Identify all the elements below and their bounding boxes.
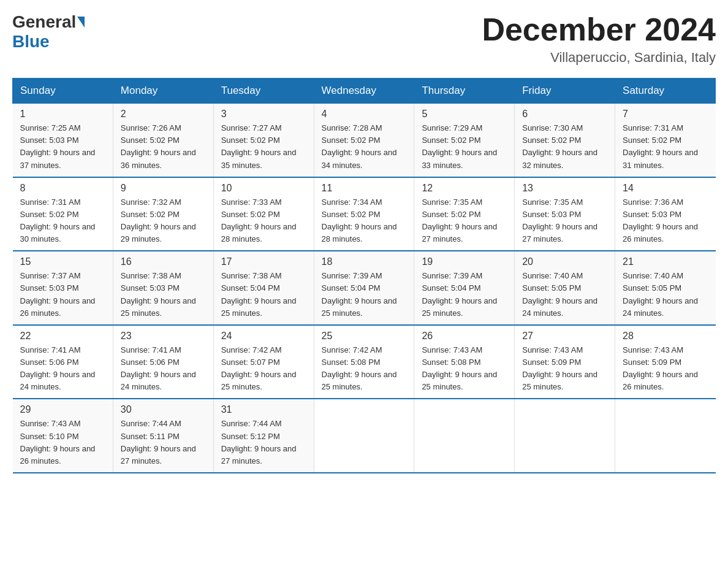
logo-triangle-icon xyxy=(77,17,85,28)
calendar-day-cell: 5 Sunrise: 7:29 AMSunset: 5:02 PMDayligh… xyxy=(414,104,515,177)
calendar-day-cell: 18 Sunrise: 7:39 AMSunset: 5:04 PMDaylig… xyxy=(314,251,414,325)
calendar-day-cell: 16 Sunrise: 7:38 AMSunset: 5:03 PMDaylig… xyxy=(113,251,213,325)
day-info: Sunrise: 7:38 AMSunset: 5:04 PMDaylight:… xyxy=(221,271,297,317)
calendar-day-cell: 7 Sunrise: 7:31 AMSunset: 5:02 PMDayligh… xyxy=(615,104,716,177)
day-info: Sunrise: 7:39 AMSunset: 5:04 PMDaylight:… xyxy=(422,271,497,317)
day-number: 7 xyxy=(623,109,708,120)
day-number: 9 xyxy=(121,183,206,194)
day-info: Sunrise: 7:41 AMSunset: 5:06 PMDaylight:… xyxy=(20,345,96,391)
calendar-day-cell: 11 Sunrise: 7:34 AMSunset: 5:02 PMDaylig… xyxy=(314,177,414,251)
day-number: 13 xyxy=(522,183,607,194)
calendar-week-row: 1 Sunrise: 7:25 AMSunset: 5:03 PMDayligh… xyxy=(13,104,716,177)
day-info: Sunrise: 7:29 AMSunset: 5:02 PMDaylight:… xyxy=(422,123,497,169)
logo-blue-text: Blue xyxy=(12,32,50,52)
col-wednesday: Wednesday xyxy=(314,79,414,104)
calendar-day-cell xyxy=(314,399,414,473)
month-title: December 2024 xyxy=(482,12,716,47)
day-number: 18 xyxy=(322,256,407,267)
location-subtitle: Villaperuccio, Sardinia, Italy xyxy=(482,50,716,66)
day-info: Sunrise: 7:39 AMSunset: 5:04 PMDaylight:… xyxy=(322,271,397,317)
day-info: Sunrise: 7:42 AMSunset: 5:07 PMDaylight:… xyxy=(221,345,297,391)
day-info: Sunrise: 7:27 AMSunset: 5:02 PMDaylight:… xyxy=(221,123,297,169)
col-sunday: Sunday xyxy=(13,79,113,104)
title-section: December 2024 Villaperuccio, Sardinia, I… xyxy=(482,12,716,66)
day-info: Sunrise: 7:37 AMSunset: 5:03 PMDaylight:… xyxy=(20,271,96,317)
logo-text: General xyxy=(12,12,86,32)
day-number: 17 xyxy=(221,256,306,267)
day-number: 11 xyxy=(322,183,407,194)
day-info: Sunrise: 7:36 AMSunset: 5:03 PMDaylight:… xyxy=(623,197,698,243)
day-number: 21 xyxy=(623,256,708,267)
day-info: Sunrise: 7:44 AMSunset: 5:11 PMDaylight:… xyxy=(121,419,196,465)
day-info: Sunrise: 7:31 AMSunset: 5:02 PMDaylight:… xyxy=(623,123,698,169)
calendar-day-cell: 26 Sunrise: 7:43 AMSunset: 5:08 PMDaylig… xyxy=(414,325,515,399)
calendar-day-cell: 13 Sunrise: 7:35 AMSunset: 5:03 PMDaylig… xyxy=(515,177,615,251)
logo-blue-label: Blue xyxy=(12,32,50,51)
day-info: Sunrise: 7:43 AMSunset: 5:10 PMDaylight:… xyxy=(20,419,96,465)
day-number: 25 xyxy=(322,331,407,342)
col-friday: Friday xyxy=(515,79,615,104)
day-number: 12 xyxy=(422,183,507,194)
logo-general-text: General xyxy=(12,12,76,32)
day-info: Sunrise: 7:30 AMSunset: 5:02 PMDaylight:… xyxy=(522,123,597,169)
calendar-day-cell xyxy=(515,399,615,473)
day-number: 30 xyxy=(121,404,206,415)
header-row: Sunday Monday Tuesday Wednesday Thursday… xyxy=(13,79,716,104)
day-number: 1 xyxy=(20,109,105,120)
day-info: Sunrise: 7:35 AMSunset: 5:03 PMDaylight:… xyxy=(522,197,597,243)
day-number: 20 xyxy=(522,256,607,267)
day-number: 23 xyxy=(121,331,206,342)
day-number: 31 xyxy=(221,404,306,415)
calendar-day-cell: 24 Sunrise: 7:42 AMSunset: 5:07 PMDaylig… xyxy=(213,325,314,399)
calendar-day-cell: 15 Sunrise: 7:37 AMSunset: 5:03 PMDaylig… xyxy=(13,251,113,325)
calendar-day-cell: 2 Sunrise: 7:26 AMSunset: 5:02 PMDayligh… xyxy=(113,104,213,177)
calendar-day-cell: 9 Sunrise: 7:32 AMSunset: 5:02 PMDayligh… xyxy=(113,177,213,251)
calendar-day-cell: 1 Sunrise: 7:25 AMSunset: 5:03 PMDayligh… xyxy=(13,104,113,177)
day-number: 2 xyxy=(121,109,206,120)
day-number: 3 xyxy=(221,109,306,120)
day-number: 24 xyxy=(221,331,306,342)
col-tuesday: Tuesday xyxy=(213,79,314,104)
day-info: Sunrise: 7:25 AMSunset: 5:03 PMDaylight:… xyxy=(20,123,96,169)
calendar-week-row: 15 Sunrise: 7:37 AMSunset: 5:03 PMDaylig… xyxy=(13,251,716,325)
day-info: Sunrise: 7:26 AMSunset: 5:02 PMDaylight:… xyxy=(121,123,196,169)
day-number: 6 xyxy=(522,109,607,120)
calendar-header: Sunday Monday Tuesday Wednesday Thursday… xyxy=(13,79,716,104)
day-number: 4 xyxy=(322,109,407,120)
calendar-day-cell: 6 Sunrise: 7:30 AMSunset: 5:02 PMDayligh… xyxy=(515,104,615,177)
day-info: Sunrise: 7:40 AMSunset: 5:05 PMDaylight:… xyxy=(623,271,698,317)
calendar-day-cell: 21 Sunrise: 7:40 AMSunset: 5:05 PMDaylig… xyxy=(615,251,716,325)
calendar-day-cell: 17 Sunrise: 7:38 AMSunset: 5:04 PMDaylig… xyxy=(213,251,314,325)
day-info: Sunrise: 7:43 AMSunset: 5:09 PMDaylight:… xyxy=(623,345,698,391)
col-monday: Monday xyxy=(113,79,213,104)
calendar-day-cell xyxy=(615,399,716,473)
day-info: Sunrise: 7:32 AMSunset: 5:02 PMDaylight:… xyxy=(121,197,196,243)
col-saturday: Saturday xyxy=(615,79,716,104)
day-number: 14 xyxy=(623,183,708,194)
day-number: 28 xyxy=(623,331,708,342)
calendar-day-cell: 8 Sunrise: 7:31 AMSunset: 5:02 PMDayligh… xyxy=(13,177,113,251)
day-number: 19 xyxy=(422,256,507,267)
calendar-day-cell: 12 Sunrise: 7:35 AMSunset: 5:02 PMDaylig… xyxy=(414,177,515,251)
day-number: 5 xyxy=(422,109,507,120)
day-info: Sunrise: 7:43 AMSunset: 5:09 PMDaylight:… xyxy=(522,345,597,391)
day-info: Sunrise: 7:34 AMSunset: 5:02 PMDaylight:… xyxy=(322,197,397,243)
day-info: Sunrise: 7:31 AMSunset: 5:02 PMDaylight:… xyxy=(20,197,96,243)
day-number: 8 xyxy=(20,183,105,194)
col-thursday: Thursday xyxy=(414,79,515,104)
calendar-day-cell: 29 Sunrise: 7:43 AMSunset: 5:10 PMDaylig… xyxy=(13,399,113,473)
page-header: General Blue December 2024 Villaperuccio… xyxy=(12,12,716,66)
day-info: Sunrise: 7:38 AMSunset: 5:03 PMDaylight:… xyxy=(121,271,196,317)
day-number: 27 xyxy=(522,331,607,342)
calendar-day-cell: 27 Sunrise: 7:43 AMSunset: 5:09 PMDaylig… xyxy=(515,325,615,399)
day-number: 15 xyxy=(20,256,105,267)
calendar-table: Sunday Monday Tuesday Wednesday Thursday… xyxy=(12,78,716,473)
logo: General Blue xyxy=(12,12,86,52)
day-info: Sunrise: 7:28 AMSunset: 5:02 PMDaylight:… xyxy=(322,123,397,169)
calendar-day-cell: 19 Sunrise: 7:39 AMSunset: 5:04 PMDaylig… xyxy=(414,251,515,325)
calendar-day-cell: 23 Sunrise: 7:41 AMSunset: 5:06 PMDaylig… xyxy=(113,325,213,399)
calendar-body: 1 Sunrise: 7:25 AMSunset: 5:03 PMDayligh… xyxy=(13,104,716,473)
calendar-day-cell: 30 Sunrise: 7:44 AMSunset: 5:11 PMDaylig… xyxy=(113,399,213,473)
day-number: 29 xyxy=(20,404,105,415)
calendar-day-cell: 31 Sunrise: 7:44 AMSunset: 5:12 PMDaylig… xyxy=(213,399,314,473)
